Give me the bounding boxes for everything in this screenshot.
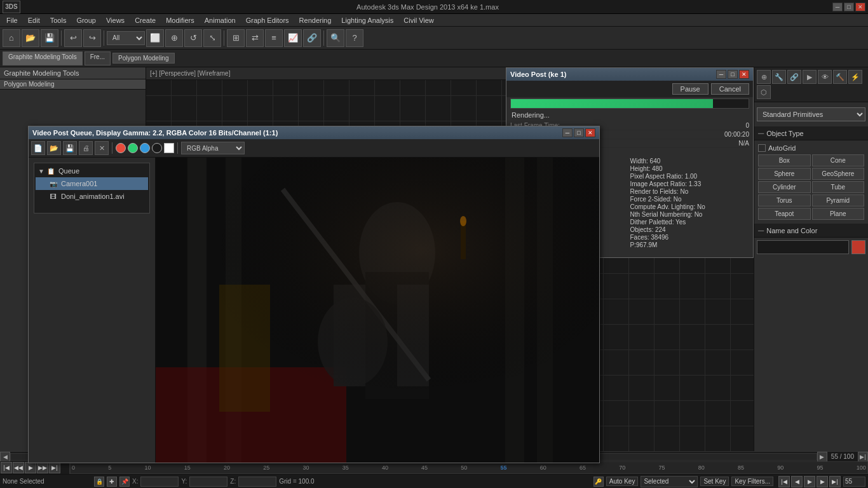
primitives-select[interactable]: Standard Primitives <box>757 107 865 121</box>
select-button[interactable]: ⬜ <box>146 29 164 47</box>
cone-button[interactable]: Cone <box>812 154 865 166</box>
color-white-btn[interactable] <box>164 143 174 153</box>
name-input[interactable] <box>757 240 849 254</box>
anim-play-btn[interactable]: ▶ <box>25 462 36 473</box>
menu-modifiers[interactable]: Modifiers <box>161 14 200 27</box>
display-icon[interactable]: 👁 <box>818 70 832 84</box>
cancel-button[interactable]: Cancel <box>711 83 749 95</box>
r-icon-7[interactable]: ⚡ <box>848 70 862 84</box>
pb-next[interactable]: ▶ <box>817 476 828 487</box>
color-green-btn[interactable] <box>128 143 138 153</box>
curve-editor-button[interactable]: 📈 <box>284 29 302 47</box>
scroll-right-btn[interactable]: ▶ <box>817 452 827 462</box>
menu-file[interactable]: File <box>1 14 23 27</box>
pause-button[interactable]: Pause <box>672 83 709 95</box>
create-icon[interactable]: ⊕ <box>757 70 771 84</box>
open-button[interactable]: 📂 <box>22 29 39 47</box>
transform-button[interactable]: ⊕ <box>165 29 183 47</box>
teapot-button[interactable]: Teapot <box>758 208 811 220</box>
cross-icon[interactable]: ✚ <box>107 477 117 487</box>
pyramid-button[interactable]: Pyramid <box>812 194 865 207</box>
scroll-left-btn[interactable]: ◀ <box>0 452 10 462</box>
align-button[interactable]: ⊞ <box>227 29 245 47</box>
layer-button[interactable]: ≡ <box>265 29 283 47</box>
avi-item[interactable]: 🎞 Doni_animation1.avi <box>36 190 148 203</box>
help-button[interactable]: ? <box>346 29 363 47</box>
auto-key-btn[interactable]: Auto Key <box>606 477 639 486</box>
pb-last[interactable]: ▶| <box>829 476 841 487</box>
geosphere-button[interactable]: GeoSphere <box>812 168 865 180</box>
plane-button[interactable]: Plane <box>812 208 865 220</box>
key-icon[interactable]: 🔑 <box>593 477 604 487</box>
object-type-header[interactable]: ─ Object Type <box>754 126 868 140</box>
name-color-header[interactable]: ─ Name and Color <box>754 224 868 238</box>
mirror-button[interactable]: ⇄ <box>246 29 264 47</box>
lock-icon[interactable]: 🔒 <box>94 477 104 487</box>
rw-close[interactable]: ✕ <box>739 70 749 79</box>
vp-print-btn[interactable]: 🖨 <box>79 141 93 155</box>
schematic-button[interactable]: 🔗 <box>303 29 321 47</box>
anim-next-btn[interactable]: ▶| <box>49 462 60 473</box>
filter-select[interactable]: All <box>107 31 145 45</box>
color-swatch[interactable] <box>851 240 865 254</box>
pb-first[interactable]: |◀ <box>778 476 790 487</box>
close-button[interactable]: ✕ <box>855 3 865 11</box>
cylinder-button[interactable]: Cylinder <box>758 181 811 193</box>
motion-icon[interactable]: ▶ <box>803 70 817 84</box>
pb-prev[interactable]: ◀ <box>791 476 803 487</box>
hierarchy-icon[interactable]: 🔗 <box>787 70 801 84</box>
color-dark-btn[interactable] <box>152 143 162 153</box>
menu-lighting[interactable]: Lighting Analysis <box>336 14 398 27</box>
pin-icon[interactable]: 📌 <box>119 477 130 487</box>
channel-select[interactable]: RGB Alpha Red Green Blue <box>181 142 245 154</box>
redo-button[interactable]: ↪ <box>83 29 101 47</box>
autogrid-checkbox[interactable] <box>758 144 766 152</box>
rotate-button[interactable]: ↺ <box>184 29 202 47</box>
menu-civil[interactable]: Civil View <box>398 14 438 27</box>
pb-play[interactable]: ▶ <box>804 476 815 487</box>
vp-close-btn[interactable]: ✕ <box>95 141 109 155</box>
color-blue-btn[interactable] <box>140 143 150 153</box>
torus-button[interactable]: Torus <box>758 194 811 207</box>
anim-back-btn[interactable]: ◀◀ <box>13 462 24 473</box>
maximize-button[interactable]: □ <box>844 3 854 11</box>
rw-minimize[interactable]: ─ <box>716 70 726 79</box>
rw-maximize[interactable]: □ <box>728 70 738 79</box>
tube-button[interactable]: Tube <box>812 181 865 193</box>
scroll-end-btn[interactable]: ▶| <box>858 452 868 462</box>
search-button[interactable]: 🔍 <box>327 29 344 47</box>
menu-tools[interactable]: Tools <box>45 14 72 27</box>
polygon-modeling-button[interactable]: Polygon Modeling <box>112 53 175 64</box>
vp-new-btn[interactable]: 📄 <box>31 141 45 155</box>
box-button[interactable]: Box <box>758 154 811 166</box>
menu-views[interactable]: Views <box>101 14 130 27</box>
vp-save-btn[interactable]: 💾 <box>63 141 77 155</box>
minimize-button[interactable]: ─ <box>832 3 843 11</box>
y-input[interactable] <box>189 477 227 487</box>
vp-close[interactable]: ✕ <box>585 128 595 137</box>
menu-create[interactable]: Create <box>130 14 161 27</box>
new-button[interactable]: ⌂ <box>3 29 20 47</box>
key-filters-btn[interactable]: Key Filters... <box>731 477 773 486</box>
r-icon-8[interactable]: ⬡ <box>757 85 771 99</box>
anim-fwd-btn[interactable]: ▶▶ <box>37 462 48 473</box>
sphere-button[interactable]: Sphere <box>758 168 811 180</box>
menu-animation[interactable]: Animation <box>200 14 241 27</box>
undo-button[interactable]: ↩ <box>64 29 82 47</box>
vp-minimize[interactable]: ─ <box>562 128 573 137</box>
graphite-modeling-button[interactable]: Graphite Modeling Tools <box>3 51 83 65</box>
camera-item[interactable]: 📷 Camera001 <box>36 177 148 190</box>
modify-icon[interactable]: 🔧 <box>772 70 786 84</box>
menu-rendering[interactable]: Rendering <box>294 14 337 27</box>
anim-prev-btn[interactable]: |◀ <box>1 462 12 473</box>
menu-graph-editors[interactable]: Graph Editors <box>241 14 294 27</box>
queue-root-item[interactable]: ▼ 📋 Queue <box>36 165 148 177</box>
z-input[interactable] <box>238 477 276 487</box>
save-button[interactable]: 💾 <box>41 29 58 47</box>
scale-button[interactable]: ⤡ <box>203 29 221 47</box>
utilities-icon[interactable]: 🔨 <box>833 70 847 84</box>
color-red-btn[interactable] <box>116 143 126 153</box>
vp-maximize[interactable]: □ <box>574 128 584 137</box>
vp-open-btn[interactable]: 📂 <box>47 141 61 155</box>
menu-group[interactable]: Group <box>71 14 101 27</box>
